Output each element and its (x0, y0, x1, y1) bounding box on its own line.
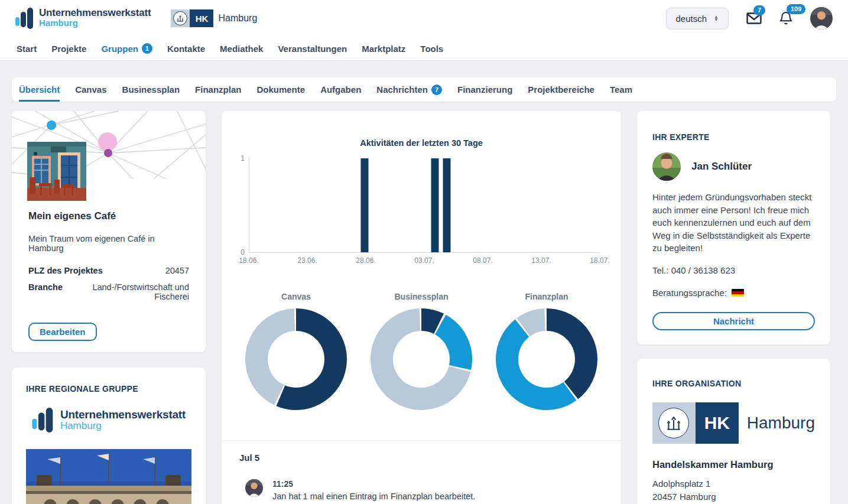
messages-badge: 7 (753, 5, 765, 15)
tab-label: Übersicht (19, 84, 60, 95)
branche-label: Branche (28, 282, 63, 301)
progress-donuts: CanvasBusinessplanFinanzplan (239, 292, 603, 412)
tab-nachrichten[interactable]: Nachrichten7 (376, 77, 442, 102)
tab-businessplan[interactable]: Businessplan (122, 77, 180, 102)
tab-projektbereiche[interactable]: Projektbereiche (528, 77, 594, 102)
project-title: Mein eigenes Café (28, 210, 189, 222)
tab-label: Businessplan (122, 84, 180, 95)
tab-label: Nachrichten (376, 84, 428, 95)
tab-badge: 7 (431, 84, 442, 95)
hamburg-emblem-icon (173, 11, 187, 25)
activity-feed: 11:25Jan hat 1 mal einen Eintrag im Fina… (239, 479, 603, 501)
organisation-name: Handelskammer Hamburg (652, 459, 815, 470)
tab-label: Canvas (75, 84, 106, 95)
group-brand-name: Unternehmenswerkstatt (60, 409, 186, 421)
nav-item-start[interactable]: Start (17, 44, 37, 54)
branche-value: Land-/Forstwirtschaft und Fischerei (63, 282, 189, 301)
x-axis-tick: 08.07. (473, 256, 492, 265)
partner-emblem-box (171, 9, 190, 27)
feed-divider (222, 440, 621, 441)
expert-name: Jan Schlüter (691, 161, 752, 173)
donut-finanzplan: Finanzplan (496, 292, 597, 412)
activity-bar-04.07. (431, 158, 438, 252)
app-header: Unternehmenswerkstatt Hamburg HK Hamburg… (0, 0, 848, 37)
plz-label: PLZ des Projektes (28, 266, 103, 275)
activity-bar-05.07. (443, 158, 450, 252)
nav-item-kontakte[interactable]: Kontakte (167, 44, 205, 54)
donut-businessplan: Businessplan (371, 292, 472, 412)
tab-dokumente[interactable]: Dokumente (256, 77, 305, 102)
feed-date-heading: Jul 5 (239, 453, 603, 463)
nav-item-label: Projekte (51, 44, 86, 54)
activity-chart-x-axis: 18.06.23.06.28.06.03.07.08.07.13.07.18.0… (249, 256, 600, 267)
organisation-logo: HK Hamburg (652, 402, 815, 444)
nav-item-mediathek[interactable]: Mediathek (220, 44, 263, 54)
notifications-badge: 109 (787, 4, 805, 14)
x-axis-tick: 03.07. (414, 256, 434, 265)
notifications-button[interactable]: 109 (779, 11, 792, 25)
chevron-updown-icon: ▲▼ (714, 15, 719, 21)
tab-label: Projektbereiche (528, 84, 594, 95)
activity-chart-title: Aktivitäten der letzten 30 Tage (239, 138, 603, 148)
feed-entry-text: Jan hat 1 mal einen Eintrag im Finanzpla… (272, 492, 475, 501)
expert-card: IHR EXPERTE Jan Schlüter Hinter jedem Gr… (637, 111, 830, 344)
regional-group-card: IHRE REGIONALE GRUPPE Unternehmenswerkst… (12, 368, 206, 504)
messages-button[interactable]: 7 (746, 12, 762, 24)
nav-item-marktplatz[interactable]: Marktplatz (362, 44, 405, 54)
tab-übersicht[interactable]: Übersicht (19, 77, 60, 102)
organisation-address: Adolphsplatz 1 20457 Hamburg (652, 477, 815, 504)
group-brand-icon (32, 408, 54, 433)
x-axis-tick: 23.06. (297, 256, 317, 265)
brand-logo-icon (15, 8, 34, 29)
language-select[interactable]: deutsch ▲▼ (666, 8, 729, 30)
expert-heading: IHR EXPERTE (652, 132, 815, 142)
x-axis-tick: 28.06. (356, 256, 375, 265)
edit-project-button[interactable]: Bearbeiten (28, 323, 97, 341)
tab-aufgaben[interactable]: Aufgaben (320, 77, 361, 102)
brand-logo[interactable]: Unternehmenswerkstatt Hamburg (15, 8, 151, 29)
tab-finanzierung[interactable]: Finanzierung (457, 77, 512, 102)
tab-finanzplan[interactable]: Finanzplan (195, 77, 241, 102)
brand-name: Unternehmenswerkstatt (39, 8, 151, 18)
group-logo[interactable]: Unternehmenswerkstatt Hamburg (26, 408, 191, 433)
tab-label: Dokumente (256, 84, 305, 95)
x-axis-tick: 18.06. (239, 256, 258, 265)
organisation-street: Adolphsplatz 1 (652, 477, 815, 491)
nav-item-label: Marktplatz (362, 44, 405, 54)
group-brand-city: Hamburg (60, 421, 186, 431)
tab-team[interactable]: Team (610, 77, 632, 102)
nav-item-label: Start (17, 44, 37, 54)
project-tabbar: ÜbersichtCanvasBusinessplanFinanzplanDok… (12, 77, 836, 102)
partner-logo: HK Hamburg (171, 9, 257, 27)
user-avatar[interactable] (810, 7, 833, 30)
tab-label: Team (610, 84, 632, 95)
nav-item-label: Veranstaltungen (278, 44, 347, 54)
main-nav: StartProjekteGruppen1KontakteMediathekVe… (0, 37, 848, 61)
nav-item-veranstaltungen[interactable]: Veranstaltungen (278, 44, 347, 54)
project-description: Mein Traum vom eigenen Café in Hamburg (28, 234, 189, 253)
nav-item-projekte[interactable]: Projekte (51, 44, 86, 54)
consulting-language-label: Beratungssprache: (652, 288, 727, 298)
content-area: ÜbersichtCanvasBusinessplanFinanzplanDok… (0, 61, 848, 504)
feed-entry-avatar (245, 479, 263, 497)
tab-label: Finanzplan (195, 84, 241, 95)
nav-badge: 1 (142, 43, 152, 54)
partner-city: Hamburg (218, 13, 257, 24)
nav-item-gruppen[interactable]: Gruppen1 (101, 43, 152, 54)
project-image (27, 142, 86, 201)
project-branche-row: Branche Land-/Forstwirtschaft und Fische… (28, 282, 189, 301)
expert-avatar (652, 152, 681, 181)
org-abbr: HK (696, 402, 739, 444)
donut-title: Businessplan (371, 292, 472, 301)
nav-item-label: Kontakte (167, 44, 205, 54)
tab-canvas[interactable]: Canvas (75, 77, 106, 102)
feed-entry: 11:25Jan hat 1 mal einen Eintrag im Fina… (245, 479, 603, 501)
feed-entry-time: 11:25 (272, 479, 475, 489)
hamburg-emblem-icon (658, 408, 689, 438)
message-expert-button[interactable]: Nachricht (652, 312, 815, 330)
activity-bar-28.06. (361, 158, 369, 252)
project-card: Mein eigenes Café Mein Traum vom eigenen… (12, 111, 206, 352)
expert-phone: Tel.: 040 / 36138 623 (652, 265, 815, 275)
nav-item-tools[interactable]: Tools (420, 44, 443, 54)
organisation-city: 20457 Hamburg (652, 490, 815, 504)
